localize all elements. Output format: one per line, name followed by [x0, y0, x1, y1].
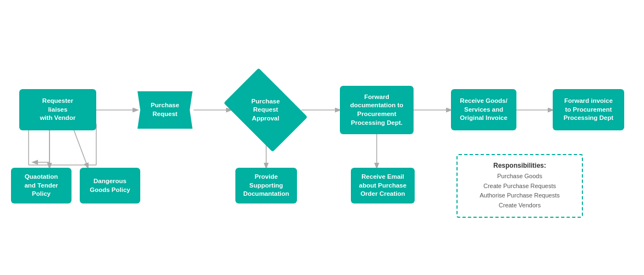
diagram: Requester liaises with Vendor Purchase R…	[0, 0, 644, 275]
responsibility-4: Create Vendors	[466, 201, 573, 211]
forward-invoice-node: Forward invoice to Procurement Processin…	[553, 89, 624, 130]
provide-supporting-node: Provide Supporting Documantation	[235, 168, 297, 204]
receive-goods-node: Receive Goods/ Services and Original Inv…	[451, 89, 516, 130]
approval-label: Purchase Request Approval	[251, 97, 280, 123]
provide-supporting-label: Provide Supporting Documantation	[243, 173, 289, 199]
quotation-node: Quaotation and Tender Policy	[11, 168, 71, 204]
purchase-request-node: Purchase Request	[137, 91, 192, 129]
responsibility-1: Purchase Goods	[466, 172, 573, 182]
quotation-label: Quaotation and Tender Policy	[24, 173, 58, 199]
responsibility-2: Create Purchase Requests	[466, 182, 573, 191]
purchase-request-label: Purchase Request	[151, 101, 179, 118]
requester-node: Requester liaises with Vendor	[19, 89, 96, 130]
requester-label: Requester liaises with Vendor	[40, 97, 75, 123]
receive-goods-label: Receive Goods/ Services and Original Inv…	[460, 97, 507, 123]
dangerous-goods-node: Dangerous Goods Policy	[80, 168, 140, 204]
responsibilities-title: Responsibilities:	[466, 162, 573, 169]
responsibilities-box: Responsibilities: Purchase Goods Create …	[456, 154, 583, 218]
forward-documentation-node: Forward documentation to Procurement Pro…	[340, 86, 414, 134]
svg-line-6	[71, 124, 88, 168]
responsibility-3: Authorise Purchase Requests	[466, 191, 573, 201]
forward-doc-label: Forward documentation to Procurement Pro…	[350, 93, 403, 127]
receive-email-node: Receive Email about Purchase Order Creat…	[351, 168, 415, 204]
purchase-request-approval-node: Purchase Request Approval	[231, 85, 300, 135]
receive-email-label: Receive Email about Purchase Order Creat…	[359, 173, 406, 199]
forward-invoice-label: Forward invoice to Procurement Processin…	[564, 97, 614, 123]
dangerous-goods-label: Dangerous Goods Policy	[90, 177, 130, 194]
